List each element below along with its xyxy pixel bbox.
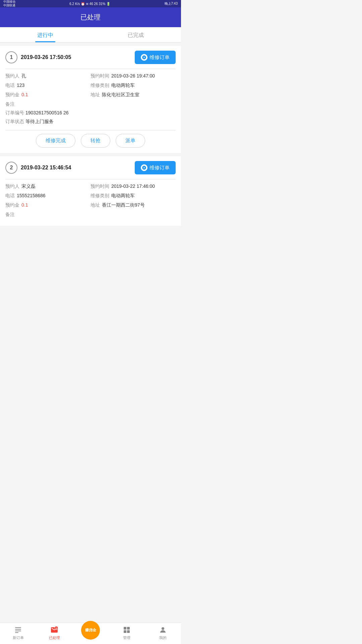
status-time: 晚上7:43 — [165, 1, 178, 6]
repair-order-button-2[interactable]: 维修订单 — [135, 161, 176, 174]
book-time-field-1: 预约时间 2019-03-26 19:47:00 — [90, 73, 176, 79]
order-header-1: 1 2019-03-26 17:50:05 维修订单 — [5, 46, 176, 69]
address-field-1: 地址 陈化屯社区卫生室 — [90, 92, 176, 98]
order-num-date-1: 1 2019-03-26 17:50:05 — [5, 51, 71, 63]
page-title: 已处理 — [80, 13, 101, 21]
tab-completed[interactable]: 已完成 — [90, 27, 181, 42]
note-field-1: 备注 — [5, 101, 176, 107]
booker-field-1: 预约人 孔 — [5, 73, 90, 79]
order-card-2: 2 2019-03-22 15:46:54 维修订单 预约人 宋义磊 — [0, 156, 181, 226]
status-center: 6.2 K/s ⏰ ≋ 46 26 31% 🔋 — [69, 2, 110, 6]
order-num-date-2: 2 2019-03-22 15:46:54 — [5, 162, 71, 174]
order-info-grid-2: 预约人 宋义磊 预约时间 2019-03-22 17:46:00 电话 1555… — [5, 183, 176, 208]
repair-type-field-2: 维修类别 电动两轮车 — [90, 193, 176, 199]
phone-field-2: 电话 15552158686 — [5, 193, 90, 199]
deposit-field-1: 预约金 0.1 — [5, 92, 90, 98]
order-date-2: 2019-03-22 15:46:54 — [21, 165, 71, 171]
order-status-field-1: 订单状态 等待上门服务 — [5, 119, 176, 125]
order-no-field-1: 订单编号 19032617500516 26 — [5, 110, 176, 116]
order-header-2: 2 2019-03-22 15:46:54 维修订单 — [5, 156, 176, 179]
orders-list: 1 2019-03-26 17:50:05 维修订单 预约人 孔 — [0, 46, 181, 253]
page-header: 已处理 — [0, 7, 181, 27]
order-card-1: 1 2019-03-26 17:50:05 维修订单 预约人 孔 — [0, 46, 181, 153]
address-field-2: 地址 香江一期西二街97号 — [90, 202, 176, 208]
tab-bar: 进行中 已完成 — [0, 27, 181, 43]
deposit-field-2: 预约金 0.1 — [5, 202, 90, 208]
complete-repair-button[interactable]: 维修完成 — [36, 134, 75, 148]
repair-icon-1 — [141, 54, 147, 61]
book-time-field-2: 预约时间 2019-03-22 17:46:00 — [90, 183, 176, 190]
order-date-1: 2019-03-26 17:50:05 — [21, 54, 71, 60]
note-field-2: 备注 — [5, 212, 176, 218]
carrier-info: 中国移动 中国联通 — [3, 0, 15, 7]
tab-in-progress[interactable]: 进行中 — [0, 27, 90, 42]
action-buttons-1: 维修完成 转抢 派单 — [5, 130, 176, 148]
divider-2 — [5, 179, 176, 179]
transfer-button[interactable]: 转抢 — [81, 134, 110, 148]
phone-field-1: 电话 123 — [5, 83, 90, 89]
repair-type-field-1: 维修类别 电动两轮车 — [90, 83, 176, 89]
dispatch-button[interactable]: 派单 — [116, 134, 145, 148]
order-info-grid-1: 预约人 孔 预约时间 2019-03-26 19:47:00 电话 123 维修… — [5, 73, 176, 98]
divider-1 — [5, 69, 176, 69]
order-number-2: 2 — [5, 162, 17, 174]
status-bar: 中国移动 中国联通 6.2 K/s ⏰ ≋ 46 26 31% 🔋 晚上7:43 — [0, 0, 181, 7]
repair-order-button-1[interactable]: 维修订单 — [135, 51, 176, 64]
booker-field-2: 预约人 宋义磊 — [5, 183, 90, 190]
order-number-1: 1 — [5, 51, 17, 63]
repair-icon-2 — [141, 164, 147, 171]
